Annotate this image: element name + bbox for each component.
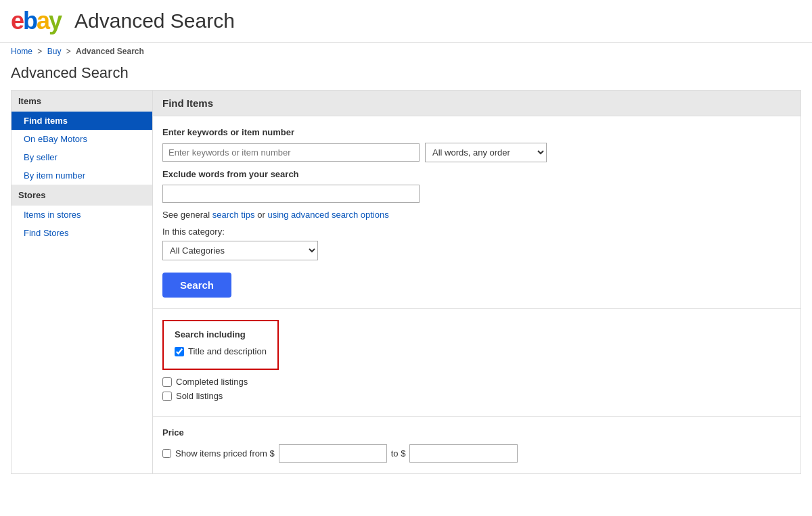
main-layout: Items Find items On eBay Motors By selle… <box>0 90 812 474</box>
help-prefix: See general <box>162 210 212 220</box>
sidebar-item-by-item-number[interactable]: By item number <box>12 166 152 185</box>
logo-a: a <box>37 7 49 34</box>
sidebar: Items Find items On eBay Motors By selle… <box>11 90 153 474</box>
find-items-body: Enter keywords or item number All words,… <box>153 116 800 308</box>
sidebar-item-items-in-stores[interactable]: Items in stores <box>12 206 152 224</box>
help-mid: or <box>255 210 268 220</box>
price-section: Price Show items priced from $ to $ <box>153 417 800 473</box>
search-including-body: Search including Title and description C… <box>153 309 800 416</box>
exclude-input[interactable] <box>162 185 420 203</box>
breadcrumb-sep1: > <box>37 47 42 56</box>
help-text: See general search tips or using advance… <box>162 210 791 220</box>
search-tips-link[interactable]: search tips <box>212 210 255 220</box>
price-to-label: to $ <box>391 448 406 459</box>
sidebar-item-find-items[interactable]: Find items <box>12 112 152 130</box>
search-including-box: Search including Title and description <box>162 320 279 370</box>
sold-label: Sold listings <box>176 391 223 401</box>
completed-row: Completed listings <box>162 377 791 387</box>
exclude-row <box>162 185 791 203</box>
advanced-options-link[interactable]: using advanced search options <box>267 210 388 220</box>
breadcrumb-home[interactable]: Home <box>11 47 32 56</box>
ebay-logo[interactable]: ebay <box>11 7 61 35</box>
content-area: Find Items Enter keywords or item number… <box>153 90 801 474</box>
completed-label: Completed listings <box>176 377 248 387</box>
keywords-row: All words, any order Any words Exact wor… <box>162 143 791 162</box>
exclude-label: Exclude words from your search <box>162 169 791 179</box>
breadcrumb: Home > Buy > Advanced Search <box>0 43 812 60</box>
title-desc-row: Title and description <box>175 346 267 356</box>
sidebar-items-header: Items <box>12 91 152 112</box>
sidebar-stores-header: Stores <box>12 185 152 206</box>
search-including-title: Search including <box>175 329 267 339</box>
sidebar-item-find-stores[interactable]: Find Stores <box>12 224 152 242</box>
keywords-label: Enter keywords or item number <box>162 127 791 137</box>
sold-row: Sold listings <box>162 391 791 401</box>
search-button[interactable]: Search <box>162 273 231 298</box>
price-from-input[interactable] <box>279 444 387 463</box>
completed-checkbox[interactable] <box>162 377 172 387</box>
show-price-checkbox[interactable] <box>162 449 171 458</box>
header-title: Advanced Search <box>74 9 235 32</box>
logo-e: e <box>11 7 23 34</box>
category-label: In this category: <box>162 227 791 237</box>
find-items-header: Find Items <box>153 91 800 116</box>
breadcrumb-buy[interactable]: Buy <box>47 47 62 56</box>
sidebar-item-by-seller[interactable]: By seller <box>12 148 152 166</box>
sold-checkbox[interactable] <box>162 392 172 401</box>
keywords-input[interactable] <box>162 143 420 162</box>
title-desc-checkbox[interactable] <box>175 347 184 356</box>
title-desc-label: Title and description <box>188 346 267 356</box>
breadcrumb-sep2: > <box>66 47 71 56</box>
breadcrumb-current: Advanced Search <box>76 47 144 56</box>
order-select[interactable]: All words, any order Any words Exact wor… <box>425 143 547 162</box>
header: ebay Advanced Search <box>0 0 812 43</box>
price-row: Show items priced from $ to $ <box>162 444 791 463</box>
price-title: Price <box>162 427 791 438</box>
page-title: Advanced Search <box>0 60 812 90</box>
price-from-label: Show items priced from $ <box>175 448 275 459</box>
logo-b: b <box>23 7 37 34</box>
logo-y: y <box>49 7 61 34</box>
category-select[interactable]: All Categories Antiques Art Baby Books B… <box>162 241 318 260</box>
sidebar-item-ebay-motors[interactable]: On eBay Motors <box>12 130 152 148</box>
category-row: All Categories Antiques Art Baby Books B… <box>162 241 791 260</box>
price-to-input[interactable] <box>409 444 518 463</box>
